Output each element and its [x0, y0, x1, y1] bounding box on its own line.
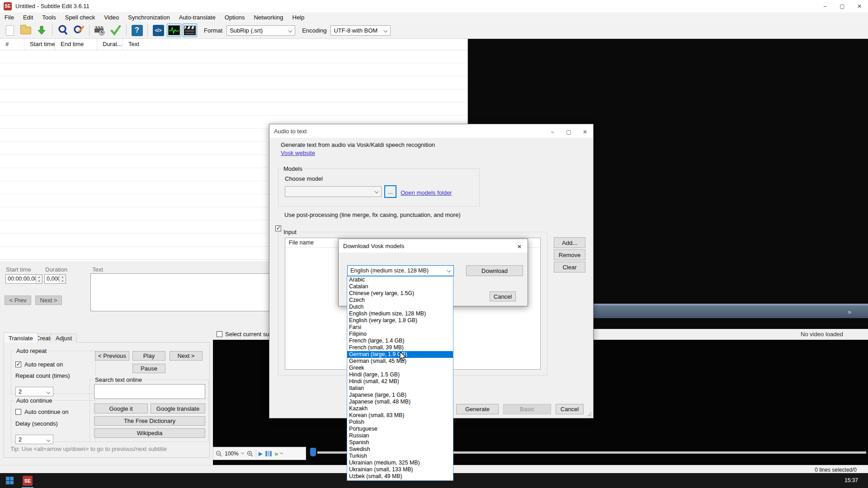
- waveform-zoom-value[interactable]: 100%: [225, 450, 239, 457]
- model-option[interactable]: Uzbek (small, 49 MB): [347, 473, 453, 480]
- model-option[interactable]: Ukrainian (medium, 325 MB): [347, 460, 453, 466]
- post-processing-checkbox[interactable]: [275, 225, 281, 231]
- menu-item[interactable]: Tools: [38, 12, 60, 22]
- column-header[interactable]: End time: [55, 39, 97, 50]
- new-file-button[interactable]: [3, 23, 17, 37]
- maximize-button[interactable]: ▢: [834, 0, 851, 12]
- repeat-count-select[interactable]: 2: [15, 387, 53, 396]
- google-translate-button[interactable]: Google translate: [151, 404, 205, 413]
- model-option[interactable]: Korean (small, 83 MB): [347, 412, 453, 419]
- fast-forward-icon[interactable]: »: [848, 308, 851, 315]
- model-option[interactable]: English (medium size, 128 MB): [347, 310, 453, 317]
- model-option[interactable]: Greek: [347, 365, 453, 371]
- model-option[interactable]: Hindi (large, 1.5 GB): [347, 371, 453, 378]
- chevron-down-icon[interactable]: [280, 451, 283, 454]
- maximize-button[interactable]: ▢: [561, 125, 577, 139]
- model-option[interactable]: Filipino: [347, 331, 453, 338]
- download-button[interactable]: Download: [466, 265, 523, 276]
- start-button[interactable]: [6, 477, 14, 484]
- model-option[interactable]: Italian: [347, 385, 453, 392]
- auto-continue-checkbox[interactable]: [15, 409, 21, 415]
- chevron-down-icon[interactable]: [241, 451, 244, 454]
- column-header[interactable]: Durat...: [97, 39, 123, 50]
- menu-item[interactable]: Options: [220, 12, 250, 22]
- menu-item[interactable]: Networking: [249, 12, 288, 22]
- menu-item[interactable]: Edit: [19, 12, 38, 22]
- waveform-toggle-button[interactable]: [167, 23, 181, 37]
- fast-forward-icon[interactable]: »: [274, 450, 278, 457]
- taskbar-subtitle-edit-icon[interactable]: SE: [23, 476, 33, 486]
- menu-item[interactable]: Synchronization: [123, 12, 175, 22]
- replace-button[interactable]: [71, 23, 86, 37]
- open-file-button[interactable]: [19, 23, 33, 37]
- model-option[interactable]: Russian: [347, 432, 453, 439]
- model-select-combobox[interactable]: English (medium size, 128 MB): [347, 265, 454, 276]
- duration-input[interactable]: 0,000 ▲▼: [44, 274, 66, 284]
- add-file-button[interactable]: Add...: [554, 237, 585, 248]
- model-option[interactable]: Japanese (small, 48 MB): [347, 399, 453, 405]
- model-option[interactable]: Czech: [347, 297, 453, 304]
- minimize-button[interactable]: –: [816, 0, 834, 12]
- google-it-button[interactable]: Google it: [94, 404, 148, 413]
- select-current-subtitle-checkbox[interactable]: [217, 331, 222, 337]
- source-view-button[interactable]: </>: [151, 23, 165, 37]
- prev-subtitle-button[interactable]: < Prev: [5, 296, 31, 305]
- generate-button[interactable]: Generate: [456, 404, 499, 414]
- zoom-out-icon[interactable]: [215, 450, 222, 457]
- open-models-folder-link[interactable]: Open models folder: [401, 189, 452, 196]
- model-option[interactable]: Polish: [347, 419, 453, 426]
- browse-models-button[interactable]: ...: [384, 185, 396, 198]
- spell-check-button[interactable]: [108, 23, 123, 37]
- column-header[interactable]: Start time: [24, 39, 55, 50]
- close-icon[interactable]: ✕: [577, 125, 593, 139]
- column-header[interactable]: #: [0, 39, 24, 50]
- previous-button[interactable]: < Previous: [95, 351, 129, 361]
- clear-files-button[interactable]: Clear: [554, 262, 585, 272]
- play-button[interactable]: Play: [132, 351, 165, 361]
- choose-model-select[interactable]: [285, 186, 382, 197]
- model-option[interactable]: Turkish: [347, 453, 453, 460]
- menu-item[interactable]: Help: [288, 12, 309, 22]
- resize-grip-icon[interactable]: [587, 412, 592, 417]
- spinner-arrows-icon[interactable]: ▲▼: [36, 275, 42, 283]
- format-select[interactable]: SubRip (.srt): [226, 25, 295, 36]
- help-button[interactable]: ?: [130, 23, 144, 37]
- next-button[interactable]: Next >: [170, 351, 203, 361]
- model-option[interactable]: Chinese (very large, 1.5G): [347, 290, 453, 297]
- model-option[interactable]: Kazakh: [347, 405, 453, 412]
- model-option[interactable]: Catalan: [347, 283, 453, 290]
- model-option[interactable]: French (small, 39 MB): [347, 344, 453, 351]
- columns-icon[interactable]: [265, 450, 272, 457]
- auto-repeat-checkbox[interactable]: [15, 361, 21, 367]
- save-button[interactable]: [34, 23, 49, 37]
- download-cancel-button[interactable]: Cancel: [490, 291, 516, 301]
- model-option[interactable]: Dutch: [347, 304, 453, 310]
- model-dropdown-list[interactable]: ArabicCatalanChinese (very large, 1.5G)C…: [347, 276, 453, 481]
- video-toggle-button[interactable]: [183, 23, 197, 37]
- close-button[interactable]: ✕: [851, 0, 868, 12]
- start-time-input[interactable]: 00:00:00,000 ▲▼: [5, 274, 42, 284]
- search-input[interactable]: [94, 384, 205, 399]
- vosk-website-link[interactable]: Vosk website: [281, 150, 315, 156]
- model-option[interactable]: Japanese (large, 1 GB): [347, 392, 453, 399]
- model-option[interactable]: Ukrainian (small, 133 MB): [347, 466, 453, 473]
- model-option[interactable]: English (very large, 1.8 GB): [347, 317, 453, 324]
- wikipedia-button[interactable]: Wikipedia: [94, 428, 205, 438]
- model-option[interactable]: Arabic: [347, 277, 453, 283]
- model-option[interactable]: French (large, 1.4 GB): [347, 338, 453, 344]
- menu-item[interactable]: Auto-translate: [175, 12, 220, 22]
- remove-file-button[interactable]: Remove: [554, 249, 585, 260]
- model-option[interactable]: Hindi (small, 42 MB): [347, 378, 453, 385]
- play-waveform-icon[interactable]: ▶: [259, 450, 263, 457]
- visual-sync-button[interactable]: [93, 23, 107, 37]
- menu-item[interactable]: Video: [99, 12, 123, 22]
- find-button[interactable]: [56, 23, 70, 37]
- waveform-scrollbar-thumb[interactable]: [310, 448, 316, 456]
- column-header[interactable]: Text: [123, 39, 467, 50]
- model-option[interactable]: Farsi: [347, 324, 453, 331]
- tab[interactable]: Translate: [4, 333, 38, 343]
- free-dictionary-button[interactable]: The Free Dictionary: [94, 416, 205, 426]
- tab[interactable]: Adjust: [51, 333, 77, 343]
- close-icon[interactable]: ✕: [511, 240, 528, 253]
- encoding-select[interactable]: UTF-8 with BOM: [330, 25, 391, 36]
